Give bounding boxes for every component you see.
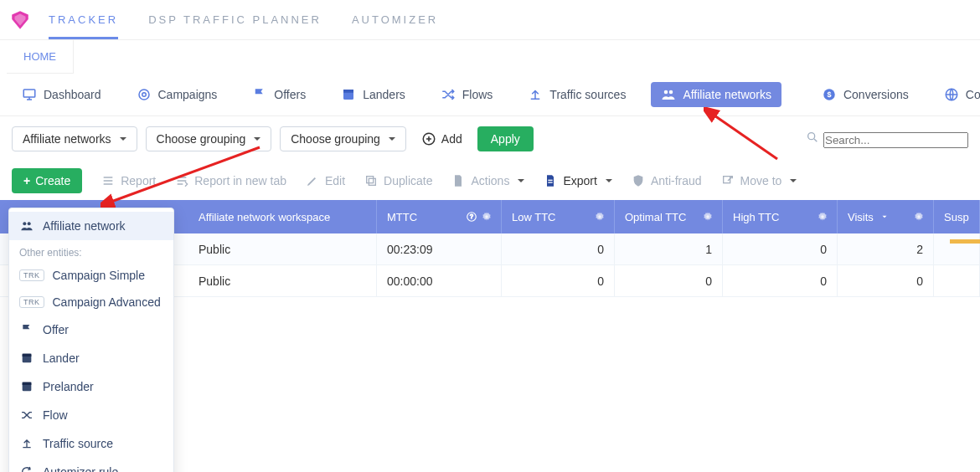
edit-button[interactable]: Edit: [305, 173, 345, 188]
svg-rect-13: [369, 178, 375, 185]
svg-point-25: [23, 222, 26, 225]
entity-select[interactable]: Affiliate networks: [12, 126, 137, 151]
flag-icon: [252, 87, 267, 102]
svg-rect-30: [23, 382, 32, 385]
grouping-2-select[interactable]: Choose grouping: [280, 126, 406, 151]
search-box[interactable]: [805, 130, 968, 148]
upload-icon: [19, 436, 34, 451]
report-button[interactable]: Report: [101, 173, 156, 188]
gear-icon[interactable]: [911, 209, 926, 224]
cat-campaigns[interactable]: Campaigns: [126, 82, 228, 107]
cat-landers[interactable]: Landers: [331, 82, 415, 107]
cat-offers[interactable]: Offers: [242, 82, 316, 107]
report-new-tab-button[interactable]: Report in new tab: [174, 173, 286, 188]
shuffle-icon: [19, 408, 34, 423]
plus-icon: +: [23, 174, 30, 187]
chevron-down-icon: [877, 209, 892, 224]
svg-point-6: [669, 90, 673, 95]
people-icon: [19, 218, 34, 233]
nav-automizer[interactable]: AUTOMIZER: [352, 13, 438, 26]
create-affiliate-network[interactable]: Affiliate network: [9, 212, 173, 240]
arrow-out-icon: [720, 173, 735, 188]
create-offer[interactable]: Offer: [9, 316, 173, 344]
list-icon: [101, 173, 116, 188]
svg-text:$: $: [827, 90, 831, 99]
toolbar: +Create Report Report in new tab Edit Du…: [0, 162, 980, 200]
export-button[interactable]: Export: [543, 173, 611, 188]
highlight-bar: [950, 239, 980, 244]
create-button[interactable]: +Create: [12, 168, 82, 193]
svg-text:?: ?: [470, 213, 473, 219]
top-nav: TRACKER DSP TRAFFIC PLANNER AUTOMIZER: [0, 0, 980, 40]
create-prelander[interactable]: Prelander: [9, 372, 173, 401]
gear-icon[interactable]: [592, 209, 607, 224]
external-icon: [174, 173, 189, 188]
other-entities-header: Other entities:: [9, 240, 173, 262]
trk-badge: TRK: [19, 296, 44, 308]
col-susp[interactable]: Susp: [934, 200, 980, 233]
shield-icon: [631, 173, 646, 188]
flag-icon: [19, 322, 34, 337]
svg-rect-28: [23, 354, 32, 357]
svg-point-5: [664, 90, 668, 95]
cat-traffic-sources[interactable]: Traffic sources: [518, 82, 636, 107]
brand-logo: [8, 8, 32, 32]
svg-point-2: [142, 93, 146, 97]
pencil-icon: [305, 173, 320, 188]
svg-rect-15: [549, 180, 553, 181]
cat-conversions[interactable]: $Conversions: [812, 82, 919, 107]
create-flow[interactable]: Flow: [9, 401, 173, 429]
cat-affiliate-networks[interactable]: Affiliate networks: [651, 82, 781, 107]
create-automizer-rule[interactable]: Automizer rule: [9, 458, 173, 472]
shuffle-icon: [441, 87, 456, 102]
move-to-button[interactable]: Move to: [720, 173, 797, 188]
svg-rect-0: [23, 90, 35, 97]
apply-button[interactable]: Apply: [477, 126, 534, 151]
upload-icon: [528, 87, 543, 102]
create-campaign-advanced[interactable]: TRKCampaign Advanced: [9, 289, 173, 316]
tab-home[interactable]: HOME: [7, 40, 74, 74]
category-bar: Dashboard Campaigns Offers Landers Flows…: [0, 74, 980, 116]
svg-point-26: [28, 222, 31, 225]
cat-country[interactable]: Country: [934, 82, 980, 107]
gear-icon[interactable]: [815, 209, 830, 224]
gear-icon[interactable]: [700, 209, 715, 224]
create-campaign-simple[interactable]: TRKCampaign Simple: [9, 262, 173, 289]
col-visits[interactable]: Visits: [838, 200, 934, 233]
svg-rect-4: [343, 90, 353, 93]
create-dropdown: Affiliate network Other entities: TRKCam…: [8, 208, 174, 472]
page-icon: [19, 351, 34, 366]
document-icon: [543, 173, 558, 188]
create-lander[interactable]: Lander: [9, 344, 173, 372]
svg-rect-16: [549, 182, 553, 182]
cat-flows[interactable]: Flows: [431, 82, 503, 107]
col-optimal-ttc[interactable]: Optimal TTC: [615, 200, 723, 233]
search-icon: [805, 130, 820, 145]
filter-bar: Affiliate networks Choose grouping Choos…: [0, 116, 980, 162]
grouping-1-select[interactable]: Choose grouping: [146, 126, 272, 151]
duplicate-button[interactable]: Duplicate: [364, 173, 432, 188]
svg-point-1: [139, 90, 149, 100]
col-workspace[interactable]: Affiliate network workspace: [188, 200, 377, 233]
col-mttc[interactable]: MTTC?: [377, 200, 502, 233]
add-button[interactable]: Add: [415, 126, 469, 151]
page-icon: [341, 87, 356, 102]
actions-button[interactable]: Actions: [451, 173, 524, 188]
plus-circle-icon: [421, 131, 436, 146]
gear-icon[interactable]: [479, 209, 494, 224]
file-icon: [451, 173, 466, 188]
nav-dsp[interactable]: DSP TRAFFIC PLANNER: [148, 13, 322, 26]
svg-point-12: [808, 133, 815, 140]
trk-badge: TRK: [19, 269, 44, 281]
search-input[interactable]: [823, 132, 968, 148]
help-icon[interactable]: ?: [464, 209, 479, 224]
cat-dashboard[interactable]: Dashboard: [12, 82, 111, 107]
col-low-ttc[interactable]: Low TTC: [502, 200, 615, 233]
page-icon: [19, 379, 34, 394]
create-traffic-source[interactable]: Traffic source: [9, 429, 173, 458]
anti-fraud-button[interactable]: Anti-fraud: [631, 173, 702, 188]
dollar-icon: $: [822, 87, 837, 102]
col-high-ttc[interactable]: High TTC: [723, 200, 838, 233]
globe-icon: [944, 87, 959, 102]
nav-tracker[interactable]: TRACKER: [49, 13, 118, 26]
